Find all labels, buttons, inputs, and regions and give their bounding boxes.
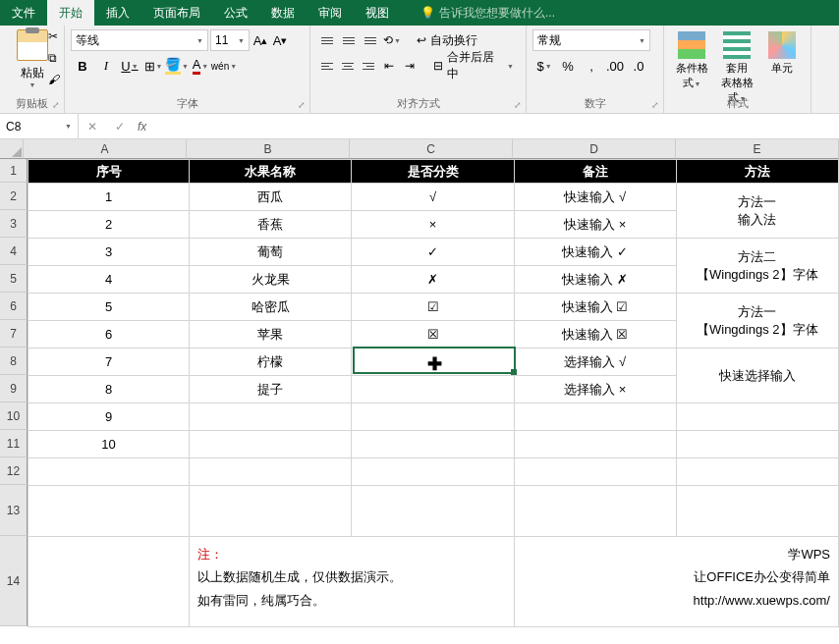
cell[interactable]: 9 bbox=[28, 403, 190, 431]
cell[interactable]: 快速输入 ☒ bbox=[514, 321, 676, 349]
menu-review[interactable]: 审阅 bbox=[307, 0, 354, 26]
decrease-decimal-button[interactable]: .0 bbox=[627, 55, 650, 77]
cell[interactable]: 快速输入 × bbox=[514, 211, 676, 239]
cell[interactable]: 方法 bbox=[676, 160, 838, 184]
row-header-6[interactable]: 6 bbox=[0, 293, 28, 320]
cell[interactable] bbox=[352, 458, 514, 486]
merge-center-button[interactable]: ⊟合并后居中▼ bbox=[427, 55, 520, 77]
cell[interactable]: 方法一【Wingdings 2】字体 bbox=[676, 294, 838, 349]
cell[interactable] bbox=[190, 403, 352, 431]
cell[interactable]: 葡萄 bbox=[190, 239, 352, 266]
cell[interactable]: 4 bbox=[28, 266, 190, 294]
cell[interactable] bbox=[676, 458, 838, 486]
tell-me-search[interactable]: 💡 告诉我您想要做什么... bbox=[420, 5, 555, 22]
menu-home[interactable]: 开始 bbox=[47, 0, 94, 26]
format-painter-icon[interactable]: 🖌 bbox=[48, 73, 64, 88]
cell[interactable] bbox=[514, 403, 676, 431]
cell[interactable] bbox=[514, 486, 676, 537]
cut-icon[interactable]: ✂ bbox=[48, 29, 64, 45]
cell[interactable]: 2 bbox=[28, 211, 190, 239]
increase-indent-button[interactable]: ⇥ bbox=[399, 55, 420, 77]
increase-decimal-button[interactable]: .00 bbox=[603, 55, 627, 77]
cell[interactable] bbox=[676, 403, 838, 431]
cell[interactable] bbox=[676, 431, 838, 458]
cell[interactable]: 火龙果 bbox=[190, 266, 352, 294]
cell[interactable] bbox=[514, 431, 676, 458]
align-center-button[interactable] bbox=[337, 55, 358, 77]
underline-button[interactable]: U▼ bbox=[118, 55, 141, 77]
align-bottom-button[interactable] bbox=[360, 29, 381, 51]
cell[interactable] bbox=[352, 486, 514, 537]
cell[interactable]: 选择输入 × bbox=[514, 376, 676, 403]
cancel-button[interactable]: ✕ bbox=[83, 120, 102, 134]
cell[interactable] bbox=[190, 431, 352, 458]
cell[interactable]: 8 bbox=[28, 376, 190, 403]
menu-data[interactable]: 数据 bbox=[259, 0, 307, 26]
font-expand-icon[interactable]: ⤢ bbox=[298, 100, 306, 110]
cell[interactable] bbox=[352, 403, 514, 431]
cell[interactable]: 5 bbox=[28, 294, 190, 321]
font-size-select[interactable]: 11▼ bbox=[210, 29, 250, 51]
number-expand-icon[interactable]: ⤢ bbox=[651, 100, 659, 110]
cell[interactable]: 方法一输入法 bbox=[676, 184, 838, 239]
align-right-button[interactable] bbox=[358, 55, 378, 77]
col-header-B[interactable]: B bbox=[187, 139, 350, 159]
wrap-text-button[interactable]: ↩自动换行 bbox=[411, 29, 483, 51]
cell[interactable]: 快速选择输入 bbox=[676, 349, 838, 403]
row-header-10[interactable]: 10 bbox=[0, 402, 28, 430]
percent-button[interactable]: % bbox=[556, 55, 580, 77]
cell[interactable]: √ bbox=[352, 184, 514, 211]
row-header-7[interactable]: 7 bbox=[0, 320, 28, 348]
cell[interactable]: ✗ bbox=[352, 266, 514, 294]
currency-button[interactable]: $▼ bbox=[532, 55, 556, 77]
col-header-D[interactable]: D bbox=[513, 139, 676, 159]
cell[interactable]: 选择输入 √ bbox=[514, 349, 676, 376]
orientation-button[interactable]: ⟲▼ bbox=[381, 29, 403, 51]
cell[interactable] bbox=[352, 431, 514, 458]
row-header-4[interactable]: 4 bbox=[0, 238, 28, 265]
cell[interactable] bbox=[352, 349, 514, 376]
row-header-14[interactable]: 14 bbox=[0, 536, 28, 626]
copy-icon[interactable]: ⧉ bbox=[48, 51, 64, 67]
decrease-font-button[interactable]: A▾ bbox=[271, 29, 289, 51]
cell[interactable]: 快速输入 ☑ bbox=[514, 294, 676, 321]
row-header-5[interactable]: 5 bbox=[0, 265, 28, 293]
name-box[interactable]: C8 ▼ bbox=[0, 114, 79, 138]
cell[interactable]: × bbox=[352, 211, 514, 239]
increase-font-button[interactable]: A▴ bbox=[252, 29, 269, 51]
cell[interactable]: 注：以上数据随机生成，仅供数据演示。如有雷同，纯属巧合。 bbox=[190, 537, 515, 627]
bold-button[interactable]: B bbox=[71, 55, 94, 77]
cell[interactable]: ☒ bbox=[352, 321, 514, 349]
border-button[interactable]: ⊞▼ bbox=[141, 55, 165, 77]
cell[interactable] bbox=[514, 458, 676, 486]
cell[interactable]: ✓ bbox=[352, 239, 514, 266]
cell[interactable]: 水果名称 bbox=[190, 160, 352, 184]
cell[interactable] bbox=[28, 486, 190, 537]
italic-button[interactable]: I bbox=[94, 55, 118, 77]
cell[interactable]: 学WPS让OFFICE办公变得简单http://www.xuewps.com/ bbox=[514, 537, 838, 627]
cell[interactable]: ☑ bbox=[352, 294, 514, 321]
align-top-button[interactable] bbox=[316, 29, 338, 51]
cell[interactable]: 西瓜 bbox=[190, 184, 352, 211]
font-name-select[interactable]: 等线▼ bbox=[71, 29, 208, 51]
menu-insert[interactable]: 插入 bbox=[94, 0, 141, 26]
row-header-11[interactable]: 11 bbox=[0, 430, 28, 457]
number-format-select[interactable]: 常规▼ bbox=[532, 29, 650, 51]
select-all-corner[interactable] bbox=[0, 139, 24, 159]
cell[interactable]: 快速输入 ✗ bbox=[514, 266, 676, 294]
cell[interactable]: 提子 bbox=[190, 376, 352, 403]
cell[interactable] bbox=[28, 458, 190, 486]
font-color-button[interactable]: A▼ bbox=[189, 55, 212, 77]
cell[interactable]: 3 bbox=[28, 239, 190, 266]
cell[interactable]: 方法二【Wingdings 2】字体 bbox=[676, 239, 838, 294]
row-header-2[interactable]: 2 bbox=[0, 183, 28, 210]
cell[interactable]: 1 bbox=[28, 184, 190, 211]
fx-button[interactable]: fx bbox=[134, 120, 150, 134]
cell[interactable]: 柠檬 bbox=[190, 349, 352, 376]
cell[interactable]: 10 bbox=[28, 431, 190, 458]
col-header-E[interactable]: E bbox=[676, 139, 839, 159]
cell[interactable]: 6 bbox=[28, 321, 190, 349]
align-expand-icon[interactable]: ⤢ bbox=[514, 100, 522, 110]
fill-color-button[interactable]: 🪣▼ bbox=[165, 55, 189, 77]
clipboard-expand-icon[interactable]: ⤢ bbox=[52, 100, 60, 110]
